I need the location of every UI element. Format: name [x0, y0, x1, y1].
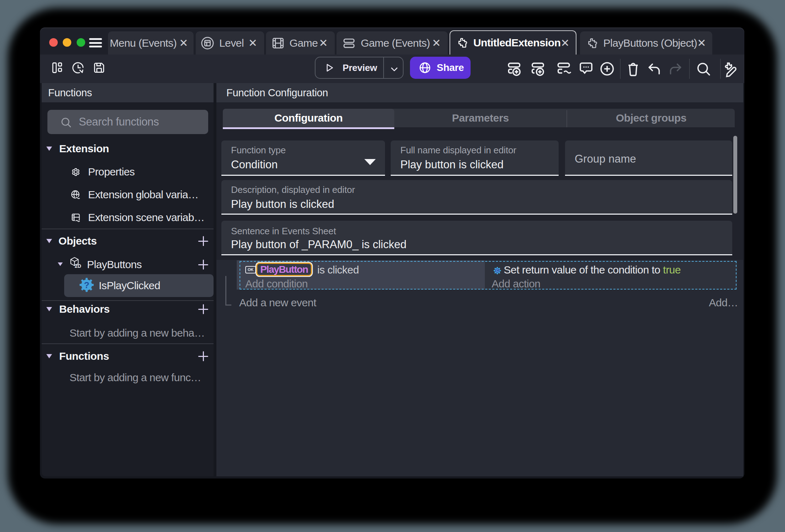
svg-text:G: G: [496, 268, 499, 273]
